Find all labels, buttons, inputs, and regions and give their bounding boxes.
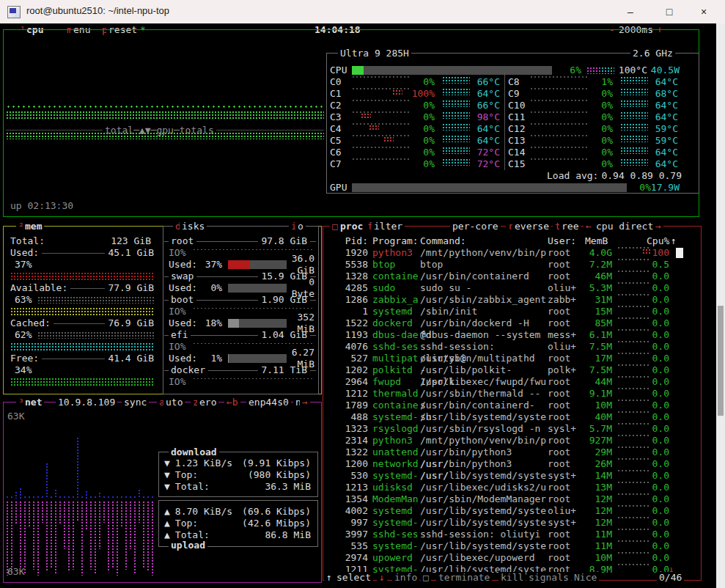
per-core-toggle[interactable]: per-core (450, 221, 501, 232)
process-row[interactable]: 5538 btop btop root 7.2M 0.5 (323, 259, 696, 271)
upload-stat-label: Top: (175, 518, 198, 529)
process-row[interactable]: 2314 python3 /mnt/python/venv/bin/p root… (323, 435, 696, 446)
process-row[interactable]: 1202 polkitd /usr/lib/polkit-1/polk polk… (323, 364, 696, 376)
process-pid: 5538 (323, 259, 368, 271)
process-user: root (548, 540, 581, 552)
col-user[interactable]: User: (548, 235, 576, 247)
footer-nice[interactable]: Nice (572, 572, 599, 584)
process-row[interactable]: 535 systemd- /usr/lib/systemd/syste root… (323, 540, 696, 552)
download-arrow-icon: ▼ (164, 481, 170, 493)
core-usage-percent: 0% (578, 158, 613, 170)
process-row[interactable]: 1354 ModemMan /usr/sbin/ModemManager roo… (323, 493, 696, 505)
footer-terminate[interactable]: terminate (436, 572, 492, 584)
process-row[interactable]: 1212 thermald /usr/sbin/thermald --s roo… (323, 388, 696, 400)
process-row[interactable]: 3997 sshd-ses sshd-session: oliutyi root… (323, 529, 696, 540)
maximize-button[interactable]: □ (652, 0, 686, 23)
footer-up-icon[interactable]: ↑ (324, 572, 334, 584)
filter-button[interactable]: ilter (372, 221, 405, 232)
process-row[interactable]: 997 systemd- /usr/lib/systemd/syste syst… (323, 517, 696, 529)
process-command: btop (420, 259, 546, 271)
upload-graph-column (10, 501, 14, 573)
net-zero-toggle[interactable]: ero (197, 397, 218, 408)
process-program: systemd (372, 505, 419, 517)
cpu-graph-upper (6, 104, 324, 110)
disks-title[interactable]: isks (180, 221, 207, 232)
core-temp: 66°C (471, 100, 500, 111)
download-graph-column (50, 496, 54, 499)
proc-title[interactable]: proc (338, 221, 365, 232)
core-temp-graph (620, 123, 648, 131)
process-row[interactable]: 1 systemd /sbin/init root 15M 0.0 (323, 306, 696, 317)
window-titlebar: root@ubuntu2510: ~/intel-npu-top – □ × (0, 0, 725, 23)
footer-select[interactable]: select (334, 572, 373, 584)
process-row[interactable]: 1328 containe /usr/bin/containerd root 4… (323, 271, 696, 282)
net-prev-interface-button[interactable]: ←b (224, 397, 240, 408)
disk-used-percent: 0% (197, 282, 222, 294)
process-pid: 1328 (323, 271, 368, 282)
process-mem: 44M (581, 376, 612, 388)
download-graph-column (133, 496, 137, 499)
col-program[interactable]: Program: (372, 235, 419, 247)
sort-right-arr[interactable]: → (653, 221, 663, 232)
upload-graph-column (41, 501, 45, 523)
process-row[interactable]: 4076 sshd-ses sshd-session: oliutyi@ oli… (323, 341, 696, 353)
net-next-interface-button[interactable]: → (300, 397, 310, 408)
process-row[interactable]: 530 systemd- /usr/lib/systemd/syste syst… (323, 470, 696, 482)
tree-toggle[interactable]: ree (559, 221, 581, 232)
process-row[interactable]: 1522 dockerd /usr/bin/dockerd -H fd root… (323, 317, 696, 329)
download-graph-column (98, 492, 102, 499)
core-usage-percent: 0% (578, 135, 613, 147)
net-sync-toggle[interactable]: sync (122, 397, 149, 408)
col-cpu[interactable]: Cpu% (647, 235, 669, 247)
upload-stat-row: ▲ Top: (42.6 Mibps) (163, 518, 312, 529)
core-name: C6 (330, 147, 342, 158)
col-command[interactable]: Command: (420, 235, 466, 247)
minimize-button[interactable]: – (614, 0, 647, 23)
process-row[interactable]: 488 systemd- /usr/lib/systemd/syste root… (323, 411, 696, 423)
mem-title[interactable]: mem (23, 221, 44, 232)
process-user: root (548, 247, 581, 259)
process-row[interactable]: 527 multipat /usr/sbin/multipathd - root… (323, 353, 696, 364)
process-row[interactable]: 1789 containe /usr/bin/containerd-sh roo… (323, 400, 696, 411)
process-row[interactable]: 1286 zabbix_a /usr/sbin/zabbix_agent zab… (323, 294, 696, 306)
process-row[interactable]: 1193 dbus-dae @dbus-daemon --system mess… (323, 329, 696, 341)
process-row[interactable]: 1920 python3 /mnt/python/venv/bin/p root… (323, 247, 696, 259)
process-row[interactable]: 2974 upowerd /usr/libexec/upowerd root 1… (323, 552, 696, 564)
upload-graph-column (23, 501, 27, 573)
mem-meter-value: 77.9 GiB (108, 282, 154, 294)
footer-kill[interactable]: kill (498, 572, 526, 584)
process-row[interactable]: 1200 networkd /usr/bin/python3 /usr/ roo… (323, 458, 696, 470)
col-pid[interactable]: Pid: (337, 235, 368, 247)
process-row[interactable]: 2964 fwupd /usr/libexec/fwupd/fwu root 4… (323, 376, 696, 388)
process-cpu: 0.0 (645, 364, 669, 376)
close-button[interactable]: × (687, 0, 721, 23)
process-command: /usr/libexec/udisks2/u (420, 482, 546, 493)
terminal-scrollbar[interactable] (716, 23, 725, 588)
disks-io-title[interactable]: o (295, 221, 306, 232)
disk-used-label: Used: (169, 353, 197, 364)
process-user: syst+ (548, 517, 581, 529)
col-mem[interactable]: MemB (585, 235, 608, 247)
core-name: C5 (330, 135, 342, 147)
reverse-toggle[interactable]: everse (512, 221, 551, 232)
process-row[interactable]: 4002 systemd /usr/lib/systemd/syste oliu… (323, 505, 696, 517)
upload-graph-column (50, 501, 54, 567)
upload-graph-column (37, 501, 40, 576)
disk-used-percent: 37% (197, 259, 222, 271)
footer-down-icon[interactable]: ↓ (377, 572, 387, 584)
process-row[interactable]: 1213 udisksd /usr/libexec/udisks2/u root… (323, 482, 696, 493)
footer-info[interactable]: info (392, 572, 419, 584)
net-title[interactable]: net (23, 397, 44, 408)
scrollbar-thumb[interactable] (718, 306, 724, 416)
sort-left-arr[interactable]: ← (584, 221, 594, 232)
process-pid: 1193 (323, 329, 368, 341)
footer-signals[interactable]: signals (526, 572, 571, 584)
mem-meter-percent: 37% (15, 259, 32, 271)
gpu-meter (352, 183, 627, 192)
process-row[interactable]: 4285 sudo sudo su - oliu+ 5.3M 0.0 (323, 282, 696, 294)
process-mem: 13M (581, 482, 612, 493)
net-auto-toggle[interactable]: uto (163, 397, 185, 408)
process-row[interactable]: 1322 unattend /usr/bin/python3 /usr/ roo… (323, 446, 696, 458)
process-row[interactable]: 1323 rsyslogd /usr/sbin/rsyslogd -n sysl… (323, 423, 696, 435)
core-usage-percent: 0% (578, 111, 613, 123)
